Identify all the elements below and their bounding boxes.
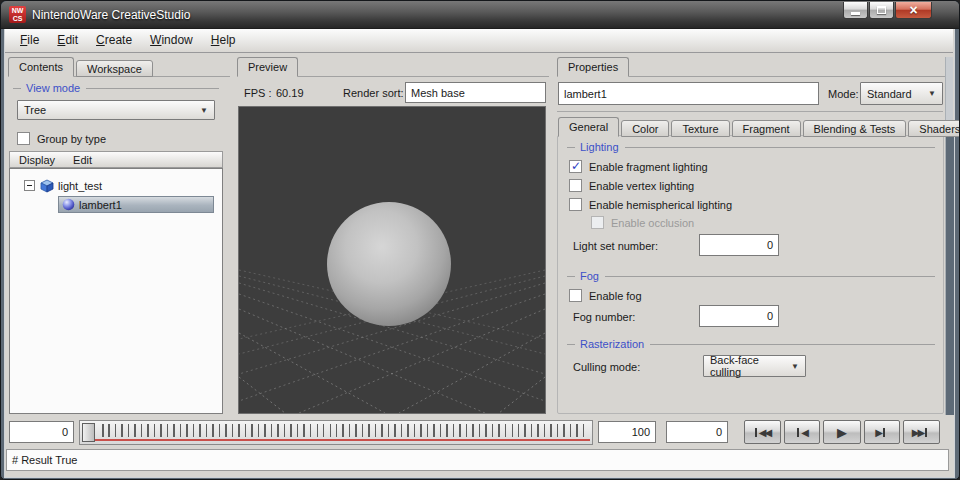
maximize-icon <box>877 6 886 14</box>
fog-number-input[interactable]: 0 <box>699 305 779 327</box>
jump-to-end-icon: ▶▶ <box>912 427 923 438</box>
tree-toolbar: Display Edit <box>9 151 223 168</box>
fps-value: 60.19 <box>276 87 304 99</box>
view-mode-group-header: View mode <box>13 82 219 94</box>
tab-workspace[interactable]: Workspace <box>76 60 153 77</box>
view-mode-select[interactable]: Tree ▼ <box>17 100 215 120</box>
toolbar-display[interactable]: Display <box>10 154 64 166</box>
properties-tabstrip: Properties <box>557 57 945 77</box>
tab-contents[interactable]: Contents <box>8 57 74 77</box>
group-by-type-checkbox[interactable] <box>17 132 30 145</box>
tree-row-light-test[interactable]: light_test <box>24 177 222 194</box>
hemispherical-lighting-checkbox[interactable] <box>569 198 582 211</box>
menu-create[interactable]: Create <box>87 29 141 52</box>
tab-fragment[interactable]: Fragment <box>732 120 801 137</box>
window-title: NintendoWare CreativeStudio <box>32 8 190 22</box>
play-icon: ▶ <box>837 425 845 440</box>
menu-window[interactable]: Window <box>141 29 202 52</box>
jump-to-start-icon: ◀◀ <box>759 427 770 438</box>
close-icon: × <box>909 3 917 18</box>
toolbar-edit[interactable]: Edit <box>64 154 101 166</box>
light-set-number-input[interactable]: 0 <box>699 234 779 256</box>
slider-ticks <box>97 424 589 437</box>
preview-sphere <box>327 202 451 326</box>
status-bar: # Result True <box>6 449 949 471</box>
step-forward-icon: ▶ <box>875 427 881 438</box>
minimize-icon <box>851 12 860 15</box>
timeline-end-input[interactable]: 100 <box>598 421 656 443</box>
group-by-type-label: Group by type <box>37 133 106 145</box>
menu-edit[interactable]: Edit <box>48 29 87 52</box>
render-sort-label: Render sort: <box>343 87 404 99</box>
jump-to-start-button[interactable]: ◀◀ <box>744 420 781 444</box>
close-button[interactable]: × <box>895 2 932 19</box>
collapse-icon[interactable] <box>24 180 35 191</box>
fragment-lighting-checkbox[interactable] <box>569 160 582 173</box>
tab-preview[interactable]: Preview <box>237 57 298 77</box>
viewport-scene <box>239 107 545 413</box>
play-button[interactable]: ▶ <box>823 420 861 444</box>
fog-number-label: Fog number: <box>573 311 635 323</box>
chevron-down-icon: ▼ <box>791 362 799 371</box>
slider-red-line <box>82 439 590 441</box>
step-backward-button[interactable]: ◀ <box>784 420 820 444</box>
mode-select[interactable]: Standard ▼ <box>860 82 943 105</box>
group-by-type-row: Group by type <box>17 131 106 146</box>
rasterization-group-header: Rasterization <box>567 338 935 350</box>
tab-properties[interactable]: Properties <box>557 57 629 77</box>
tab-shaders[interactable]: Shaders <box>908 120 960 137</box>
bar-icon <box>883 428 885 437</box>
scene-tree: light_test lambert1 <box>9 168 223 414</box>
tree-label-light-test[interactable]: light_test <box>58 180 102 192</box>
bar-icon <box>925 428 927 437</box>
minimize-button[interactable] <box>843 2 868 19</box>
preview-tabstrip: Preview <box>237 57 549 77</box>
tab-color[interactable]: Color <box>621 120 669 137</box>
tree-row-lambert1[interactable]: lambert1 <box>58 196 214 213</box>
step-backward-icon: ◀ <box>801 427 807 438</box>
tab-general[interactable]: General <box>558 117 619 137</box>
title-bar[interactable]: NW CS NintendoWare CreativeStudio × <box>1 1 960 29</box>
maximize-button[interactable] <box>869 2 894 19</box>
mode-label: Mode: <box>828 88 859 100</box>
menu-bar: File Edit Create Window Help <box>5 29 953 53</box>
divider <box>557 111 943 112</box>
chevron-down-icon: ▼ <box>200 106 208 115</box>
chevron-down-icon: ▼ <box>928 89 936 98</box>
culling-mode-select[interactable]: Back-face culling ▼ <box>703 355 806 377</box>
enable-occlusion-checkbox <box>591 216 604 229</box>
scrollbar-thumb[interactable] <box>946 136 954 415</box>
enable-fog-checkbox[interactable] <box>569 289 582 302</box>
bar-icon <box>755 428 757 437</box>
contents-tabstrip: Contents Workspace <box>8 57 230 77</box>
hemispherical-lighting-row: Enable hemispherical lighting <box>569 197 732 212</box>
app-window: NW CS NintendoWare CreativeStudio × File… <box>0 0 960 480</box>
model-cube-icon <box>40 179 54 193</box>
culling-mode-label: Culling mode: <box>573 361 640 373</box>
status-text: # Result True <box>12 454 77 466</box>
enable-occlusion-row: Enable occlusion <box>591 215 694 230</box>
material-sphere-icon <box>62 198 75 211</box>
jump-to-end-button[interactable]: ▶▶ <box>903 420 940 444</box>
slider-handle[interactable] <box>82 423 95 442</box>
fog-group-header: Fog <box>567 270 935 282</box>
render-sort-field[interactable]: Mesh base <box>405 82 546 103</box>
step-forward-button[interactable]: ▶ <box>864 420 900 444</box>
fragment-lighting-row: Enable fragment lighting <box>569 159 708 174</box>
enable-fog-row: Enable fog <box>569 288 642 303</box>
timeline-current-input[interactable]: 0 <box>666 421 728 443</box>
property-tabs: General Color Texture Fragment Blending … <box>558 115 944 136</box>
light-set-number-label: Light set number: <box>573 240 658 252</box>
timeline-start-input[interactable]: 0 <box>9 421 74 443</box>
material-name-input[interactable]: lambert1 <box>558 82 819 105</box>
vertex-lighting-row: Enable vertex lighting <box>569 178 694 193</box>
preview-viewport[interactable] <box>238 106 546 414</box>
vertex-lighting-checkbox[interactable] <box>569 179 582 192</box>
tree-label-lambert1[interactable]: lambert1 <box>79 199 122 211</box>
tab-blending-tests[interactable]: Blending & Tests <box>803 120 907 137</box>
properties-scrollbar[interactable] <box>945 57 953 415</box>
timeline-slider[interactable] <box>79 420 593 445</box>
menu-help[interactable]: Help <box>202 29 245 52</box>
menu-file[interactable]: File <box>11 29 48 52</box>
tab-texture[interactable]: Texture <box>671 120 729 137</box>
